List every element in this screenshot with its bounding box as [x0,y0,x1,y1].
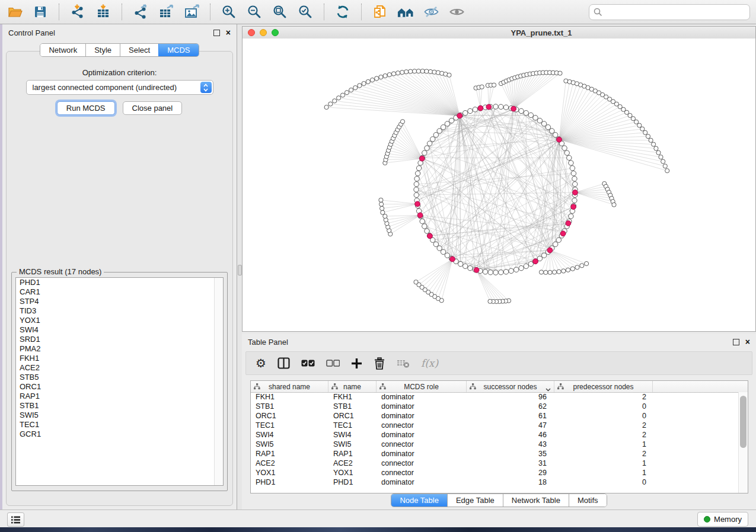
ring-node[interactable] [414,187,419,192]
satellite-node[interactable] [643,130,647,134]
table-scrollbar[interactable] [738,392,748,493]
ring-node[interactable] [445,253,449,258]
satellite-node[interactable] [637,123,642,127]
mcds-result-item[interactable]: RAP1 [16,392,223,401]
ring-node[interactable] [437,246,442,251]
ring-node[interactable] [541,121,546,126]
table-row[interactable]: RAP1RAP1dominator352 [251,449,739,459]
tab-node-table[interactable]: Node Table [391,494,447,507]
ring-node[interactable] [468,108,473,113]
ring-node[interactable] [564,150,569,155]
satellite-node[interactable] [375,76,379,81]
satellite-node[interactable] [381,210,385,214]
satellite-node[interactable] [649,138,653,142]
mcds-hub-node[interactable] [457,113,462,118]
mcds-result-item[interactable]: SWI4 [16,325,223,335]
first-neighbors-icon[interactable] [397,3,414,21]
open-file-icon[interactable] [6,3,24,21]
ring-node[interactable] [414,193,419,197]
tab-select[interactable]: Select [120,44,158,56]
delete-columns-icon[interactable] [374,356,385,370]
mcds-hub-node[interactable] [571,204,576,210]
ring-node[interactable] [427,141,432,146]
mcds-result-item[interactable]: FKH1 [16,354,223,363]
ring-node[interactable] [553,242,558,246]
mcds-result-item[interactable]: ORC1 [16,382,223,392]
mcds-hub-node[interactable] [478,105,483,111]
mcds-hub-node[interactable] [573,190,578,196]
ring-node[interactable] [569,161,573,165]
satellite-node[interactable] [353,86,358,90]
close-panel-icon[interactable]: × [745,338,750,346]
table-row[interactable]: TEC1TEC1connector472 [251,421,739,430]
ring-node[interactable] [493,270,498,275]
satellite-node[interactable] [575,265,579,270]
ring-node[interactable] [573,182,578,187]
satellite-node[interactable] [539,270,543,274]
satellite-node[interactable] [631,117,635,121]
network-graph[interactable] [243,39,755,331]
ring-node[interactable] [468,265,473,270]
mcds-result-item[interactable]: GCR1 [16,430,223,439]
satellite-node[interactable] [580,264,584,268]
ring-node[interactable] [541,253,546,258]
ring-node[interactable] [503,105,508,110]
mcds-hub-node[interactable] [486,104,492,110]
close-panel-button[interactable]: Close panel [123,101,183,115]
mcds-result-item[interactable]: PHD1 [16,278,223,287]
ring-node[interactable] [571,171,576,176]
satellite-node[interactable] [488,299,492,303]
ring-node[interactable] [537,118,542,123]
network-canvas[interactable] [243,39,755,331]
mcds-result-item[interactable]: SWI5 [16,411,223,420]
satellite-node[interactable] [663,164,667,168]
export-table-icon[interactable] [157,3,175,21]
column-header-mcds-role[interactable]: MCDS role [377,381,467,392]
satellite-node[interactable] [362,81,366,85]
satellite-node[interactable] [661,159,665,164]
export-image-icon[interactable] [183,3,200,21]
float-panel-icon[interactable] [733,339,739,345]
ring-node[interactable] [441,125,445,130]
ring-node[interactable] [458,261,463,266]
tab-motifs[interactable]: Motifs [569,494,607,507]
vertical-splitter[interactable] [237,24,242,509]
mcds-result-item[interactable]: STB1 [16,401,223,411]
network-from-selection-icon[interactable] [371,3,389,21]
mcds-hub-node[interactable] [419,156,425,161]
float-panel-icon[interactable] [213,30,220,36]
satellite-node[interactable] [492,83,496,87]
satellite-node[interactable] [383,214,387,218]
ring-node[interactable] [572,198,577,203]
table-row[interactable]: FKH1FKH1dominator962 [251,392,739,402]
export-network-icon[interactable] [132,3,149,21]
satellite-node[interactable] [447,73,451,77]
satellite-node[interactable] [337,96,341,100]
table-scrollbar-thumb[interactable] [740,396,747,448]
satellite-node[interactable] [379,75,383,79]
satellite-node[interactable] [659,155,663,159]
tab-edge-table[interactable]: Edge Table [447,494,503,507]
satellite-node[interactable] [585,261,589,265]
satellite-node[interactable] [634,120,639,124]
table-row[interactable]: ORC1ORC1dominator610 [251,411,739,421]
zoom-selected-icon[interactable] [296,3,314,21]
satellite-node[interactable] [553,270,557,274]
satellite-node[interactable] [344,91,349,95]
ring-node[interactable] [528,113,533,117]
ring-node[interactable] [415,171,420,176]
satellite-node[interactable] [396,71,400,75]
ring-node[interactable] [556,238,561,242]
satellite-node[interactable] [646,134,650,139]
ring-node[interactable] [420,219,425,223]
satellite-node[interactable] [358,84,362,88]
satellite-node[interactable] [380,206,384,210]
satellite-node[interactable] [665,169,669,173]
satellite-node[interactable] [379,202,384,206]
search-input[interactable] [589,4,750,20]
satellite-node[interactable] [324,105,328,109]
satellite-node[interactable] [391,72,395,76]
tab-network[interactable]: Network [40,44,85,56]
ring-node[interactable] [572,177,577,181]
mcds-hub-node[interactable] [566,221,571,226]
